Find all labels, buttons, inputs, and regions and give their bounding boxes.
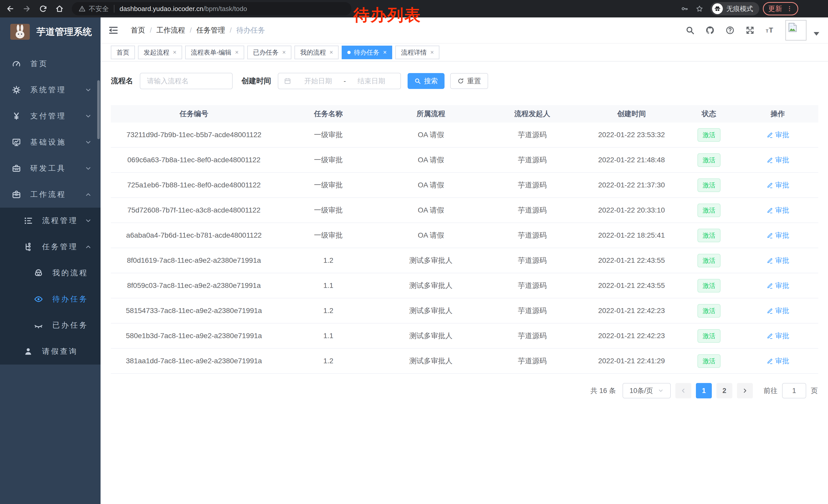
fullscreen-icon[interactable] [745,26,755,35]
bookmark-star-icon[interactable] [696,5,703,12]
page-size-select[interactable]: 10条/页 [623,383,671,398]
approve-link[interactable]: 审批 [767,281,789,290]
update-button[interactable]: 更新 [763,2,798,15]
process-starter: 芋道源码 [482,205,582,215]
tab-label: 发起流程 [143,48,169,57]
task-name: 1.2 [277,307,380,315]
tab-流程表单-编辑[interactable]: 流程表单-编辑× [185,46,244,59]
sidebar-item-dev-tools[interactable]: 研发工具 [0,155,100,182]
sidebar-item-workflow[interactable]: 工作流程 [0,182,100,208]
task-id: 58154733-7ac8-11ec-a9e2-a2380e71991a [111,307,277,315]
sidebar-item-todo-tasks[interactable]: 待办任务 [0,286,100,312]
robot-icon [33,268,44,278]
sidebar-item-label: 我的流程 [52,268,88,278]
sidebar-item-my-process[interactable]: 我的流程 [0,260,100,286]
home-icon[interactable] [53,3,66,15]
breadcrumb-current: 待办任务 [236,26,265,35]
date-range-picker[interactable]: 开始日期 - 结束日期 [278,73,401,89]
breadcrumb-task-management[interactable]: 任务管理 [197,26,225,35]
status-badge: 激活 [697,304,720,318]
process-name: OA 请假 [380,180,482,190]
search-icon[interactable] [686,26,695,35]
tab-流程详情[interactable]: 流程详情× [395,46,440,59]
create-time-label: 创建时间 [241,76,271,86]
task-id: 381aa1dd-7ac8-11ec-a9e2-a2380e71991a [111,357,277,365]
status-badge: 激活 [697,329,720,343]
sidebar-item-payment-management[interactable]: 支付管理 [0,103,100,129]
approve-link[interactable]: 审批 [767,356,789,366]
pencil-icon [767,307,773,314]
breadcrumb-home[interactable]: 首页 [131,26,145,35]
breadcrumb-workflow[interactable]: 工作流程 [157,26,185,35]
tab-待办任务[interactable]: 待办任务× [342,46,392,59]
forward-icon[interactable] [20,3,33,15]
create-time: 2022-01-22 18:25:41 [582,231,681,239]
tab-我的流程[interactable]: 我的流程× [294,46,339,59]
tab-首页[interactable]: 首页 [111,46,135,59]
chevron-down-icon [85,217,92,224]
goto-page-input[interactable] [782,383,806,398]
sidebar-item-system-management[interactable]: 系统管理 [0,77,100,103]
url-path: /bpm/task/todo [203,5,247,13]
sidebar-item-leave-query[interactable]: 请假查询 [0,338,100,365]
process-starter: 芋道源码 [482,281,582,290]
sidebar-item-label: 系统管理 [30,85,66,95]
security-warning-icon[interactable] [79,5,86,12]
tab-label: 已办任务 [253,48,279,57]
close-icon[interactable]: × [383,49,386,56]
process-starter: 芋道源码 [482,256,582,265]
close-icon[interactable]: × [235,49,239,56]
create-time: 2022-01-21 22:43:55 [582,256,681,265]
pencil-icon [767,132,773,138]
reset-button[interactable]: 重置 [450,73,488,89]
approve-link[interactable]: 审批 [767,205,789,215]
approve-link[interactable]: 审批 [767,180,789,190]
task-name: 一级审批 [277,205,380,215]
approve-link[interactable]: 审批 [767,155,789,165]
close-icon[interactable]: × [173,49,176,56]
approve-link[interactable]: 审批 [767,256,789,265]
prev-page-button[interactable] [675,383,691,398]
approve-link[interactable]: 审批 [767,331,789,340]
close-icon[interactable]: × [430,49,434,56]
sidebar-scrollbar[interactable] [97,80,100,139]
goto-label: 前往 [763,386,778,395]
page-button-2[interactable]: 2 [716,383,732,398]
sidebar-item-task-management[interactable]: 任务管理 [0,234,100,260]
sidebar-item-home[interactable]: 首页 [0,51,100,77]
process-name-input[interactable] [140,73,233,89]
calendar-icon [284,78,291,85]
pencil-icon [767,332,773,339]
column-header: 创建时间 [582,109,681,119]
sidebar-collapse-icon[interactable] [108,25,119,35]
approve-link[interactable]: 审批 [767,306,789,315]
chevron-down-icon [85,139,92,146]
incognito-label: 无痕模式 [727,4,753,13]
tab-发起流程[interactable]: 发起流程× [138,46,182,59]
search-button[interactable]: 搜索 [408,73,445,89]
process-name: 测试多审批人 [380,331,482,341]
sidebar-item-infrastructure[interactable]: 基础设施 [0,129,100,155]
font-size-icon[interactable]: TT [765,26,775,35]
user-icon [23,347,34,356]
back-icon[interactable] [4,3,16,15]
close-icon[interactable]: × [282,49,286,56]
approve-link[interactable]: 审批 [767,130,789,139]
avatar-broken-image[interactable] [785,20,806,41]
close-icon[interactable]: × [329,49,333,56]
url-host: dashboard.yudao.iocoder.cn [120,5,203,13]
github-icon[interactable] [705,26,715,35]
pencil-icon [767,156,773,164]
password-key-icon[interactable] [681,5,689,12]
next-page-button[interactable] [737,383,753,398]
address-bar[interactable]: 不安全 dashboard.yudao.iocoder.cn/bpm/task/… [72,2,351,15]
reload-icon[interactable] [37,3,49,15]
page-button-1[interactable]: 1 [696,383,712,398]
avatar-caret-icon[interactable] [814,32,819,36]
approve-link[interactable]: 审批 [767,231,789,240]
help-icon[interactable] [726,26,735,35]
tab-已办任务[interactable]: 已办任务× [247,46,291,59]
sidebar-item-done-tasks[interactable]: 已办任务 [0,312,100,338]
sidebar-item-process-management[interactable]: 流程管理 [0,208,100,234]
app-logo-row[interactable]: 芋道管理系统 [0,17,100,46]
